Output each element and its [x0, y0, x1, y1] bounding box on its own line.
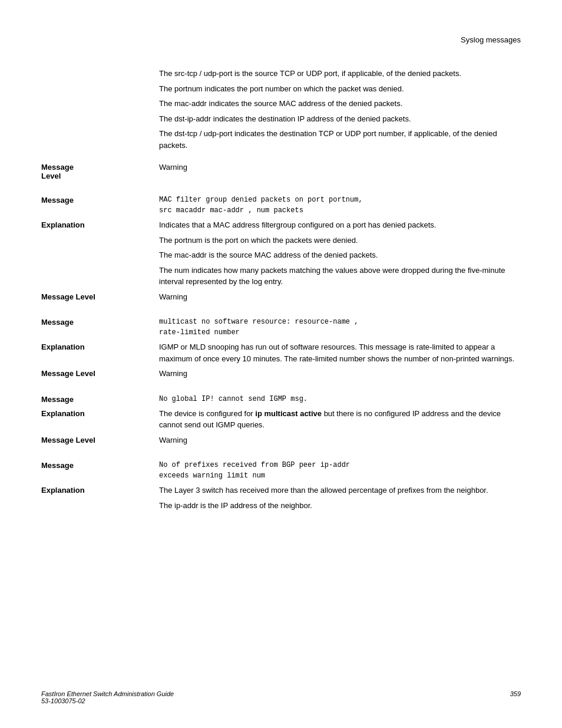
label-message-level-1: MessageLevel — [41, 162, 159, 180]
intro-p4: The dst-ip-addr indicates the destinatio… — [159, 113, 521, 125]
value-message-3: multicast no software resource: resource… — [159, 317, 521, 338]
intro-p2: The portnum indicates the port number on… — [159, 83, 521, 95]
label-message-4: Message — [41, 394, 159, 404]
expl-2-p1: Indicates that a MAC address filtergroup… — [159, 219, 521, 231]
intro-p3: The mac-addr indicates the source MAC ad… — [159, 98, 521, 110]
footer-left: FastIron Ethernet Switch Administration … — [41, 690, 174, 704]
intro-p1: The src-tcp / udp-port is the source TCP… — [159, 68, 521, 80]
label-message-level-2: Message Level — [41, 291, 159, 303]
row-explanation-4: Explanation The device is configured for… — [41, 408, 521, 431]
intro-p5: The dst-tcp / udp-port indicates the des… — [159, 128, 521, 151]
entry-3: Message multicast no software resource: … — [41, 317, 521, 380]
value-explanation-3: IGMP or MLD snooping has run out of soft… — [159, 341, 521, 364]
value-explanation-4: The device is configured for ip multicas… — [159, 408, 521, 431]
page: Syslog messages The src-tcp / udp-port i… — [0, 0, 562, 728]
expl-3-p1: IGMP or MLD snooping has run out of soft… — [159, 341, 521, 364]
entry-4: Message No global IP! cannot send IGMP m… — [41, 394, 521, 446]
row-explanation-2: Explanation Indicates that a MAC address… — [41, 219, 521, 288]
label-message-level-3: Message Level — [41, 368, 159, 380]
expl-2-p4: The num indicates how many packets match… — [159, 265, 521, 288]
label-explanation-4: Explanation — [41, 408, 159, 431]
label-message-2: Message — [41, 195, 159, 216]
row-message-level-3: Message Level Warning — [41, 368, 521, 380]
page-footer: FastIron Ethernet Switch Administration … — [41, 690, 521, 704]
entry-2: Message MAC filter group denied packets … — [41, 195, 521, 302]
expl-2-p3: The mac-addr is the source MAC address o… — [159, 249, 521, 261]
row-explanation-3: Explanation IGMP or MLD snooping has run… — [41, 341, 521, 364]
content-area: The src-tcp / udp-port is the source TCP… — [41, 68, 521, 511]
row-message-4: Message No global IP! cannot send IGMP m… — [41, 394, 521, 404]
label-explanation-3: Explanation — [41, 341, 159, 364]
value-explanation-2: Indicates that a MAC address filtergroup… — [159, 219, 521, 288]
intro-block: The src-tcp / udp-port is the source TCP… — [159, 68, 521, 151]
row-explanation-5: Explanation The Layer 3 switch has recei… — [41, 485, 521, 511]
label-explanation-2: Explanation — [41, 219, 159, 288]
expl-5-p1: The Layer 3 switch has received more tha… — [159, 485, 521, 496]
header-title: Syslog messages — [461, 35, 521, 44]
row-message-5: Message No of prefixes received from BGP… — [41, 460, 521, 481]
value-message-level-1: Warning — [159, 162, 521, 180]
label-message-5: Message — [41, 460, 159, 481]
value-message-level-4: Warning — [159, 434, 521, 446]
entry-5: Message No of prefixes received from BGP… — [41, 460, 521, 511]
expl-4-p1: The device is configured for ip multicas… — [159, 408, 521, 431]
expl-5-p2: The ip-addr is the IP address of the nei… — [159, 500, 521, 512]
row-message-level-2: Message Level Warning — [41, 291, 521, 303]
label-explanation-5: Explanation — [41, 485, 159, 511]
row-message-level-4: Message Level Warning — [41, 434, 521, 446]
value-message-5: No of prefixes received from BGP peer ip… — [159, 460, 521, 481]
row-message-2: Message MAC filter group denied packets … — [41, 195, 521, 216]
footer-guide-title: FastIron Ethernet Switch Administration … — [41, 690, 174, 697]
bold-ip-multicast: ip multicast active — [255, 409, 322, 418]
footer-doc-number: 53-1003075-02 — [41, 697, 85, 704]
value-message-4: No global IP! cannot send IGMP msg. — [159, 394, 521, 404]
value-message-level-3: Warning — [159, 368, 521, 380]
value-message-2: MAC filter group denied packets on port … — [159, 195, 521, 216]
value-message-level-2: Warning — [159, 291, 521, 303]
page-header: Syslog messages — [41, 35, 521, 44]
expl-2-p2: The portnum is the port on which the pac… — [159, 235, 521, 246]
row-message-3: Message multicast no software resource: … — [41, 317, 521, 338]
label-message-3: Message — [41, 317, 159, 338]
row-message-level-1: MessageLevel Warning — [41, 162, 521, 180]
entry-1: MessageLevel Warning — [41, 162, 521, 180]
value-explanation-5: The Layer 3 switch has received more tha… — [159, 485, 521, 511]
footer-page-number: 359 — [510, 690, 521, 704]
label-message-level-4: Message Level — [41, 434, 159, 446]
